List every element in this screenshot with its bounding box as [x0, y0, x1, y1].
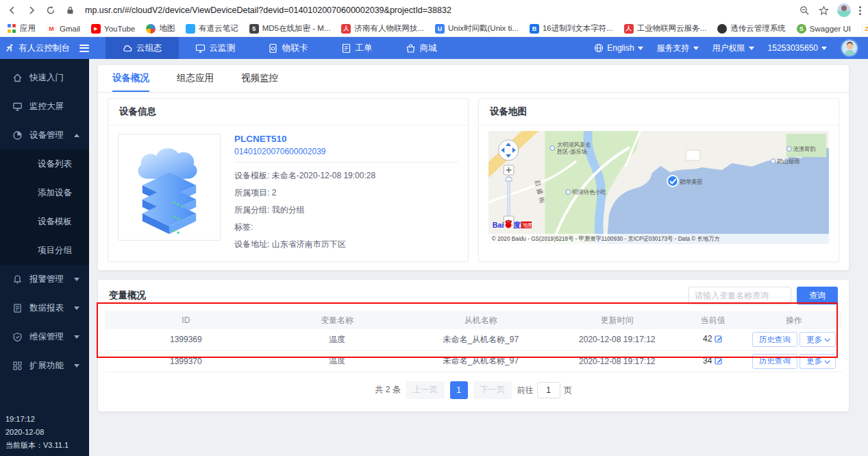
chevron-down-icon: [749, 47, 754, 50]
forward-icon[interactable]: [26, 5, 37, 16]
cell-current-value: 42: [680, 329, 746, 350]
user-avatar[interactable]: [841, 39, 858, 57]
language-selector[interactable]: English: [594, 43, 643, 53]
monitor-icon: [195, 43, 206, 53]
edit-value-icon[interactable]: [715, 335, 723, 345]
reload-icon[interactable]: [45, 5, 56, 16]
account-menu[interactable]: 15253035650: [768, 43, 827, 53]
bookmark-unix-time[interactable]: UUnix时间戳(Unix ti...: [435, 23, 519, 34]
bookmark-transparent-cloud[interactable]: 透传云管理系统: [717, 23, 786, 34]
bookmark-apps[interactable]: 应用: [7, 23, 36, 34]
table-row: 1399369 温度 未命名_从机名称_97 2020-12-08 19:17:…: [105, 329, 842, 350]
youtube-icon: ▶: [91, 24, 101, 34]
top-nav: 有人云控制台 云组态 云监测 物联卡 工单 商城: [0, 37, 868, 59]
cell-id: 1399370: [105, 350, 267, 372]
tab-scada-app[interactable]: 组态应用: [177, 65, 214, 92]
sidebar-item-label: 监控大屏: [29, 101, 64, 112]
sidebar-item-device-list[interactable]: 设备列表: [0, 149, 89, 178]
bookmark-youdao[interactable]: 有道云笔记: [186, 23, 238, 34]
bookmark-maps[interactable]: 地图: [146, 23, 175, 34]
bookmark-youtube[interactable]: ▶YouTube: [91, 24, 135, 34]
zoom-slider-handle[interactable]: [506, 178, 512, 181]
nav-item-iot-card[interactable]: 物联卡: [251, 37, 325, 59]
support-menu[interactable]: 服务支持: [657, 43, 699, 54]
url-text[interactable]: mp.usr.cn/#/cloudV2/device/ViewDeviceDet…: [85, 5, 791, 15]
nav-menu: 云组态 云监测 物联卡 工单 商城: [106, 37, 454, 59]
unix-chart-icon: U: [435, 24, 445, 34]
sidebar-item-add-device[interactable]: 添加设备: [0, 178, 89, 207]
tab-video-monitor[interactable]: 视频监控: [241, 65, 278, 92]
goto-page-input[interactable]: [537, 382, 560, 398]
map-pan-control[interactable]: [499, 140, 519, 160]
zoom-slider[interactable]: [508, 176, 510, 215]
next-page-button[interactable]: 下一页: [473, 381, 512, 399]
table-row: 1399370 温度 未命名_从机名称_97 2020-12-08 19:17:…: [105, 350, 842, 372]
footer-time: 19:17:12: [5, 413, 69, 426]
nav-item-label: 物联卡: [282, 43, 308, 54]
hamburger-icon[interactable]: [79, 45, 89, 52]
globe-icon: [594, 43, 604, 53]
sidebar-item-alarm-mgmt[interactable]: 报警管理: [0, 265, 89, 293]
sidebar: 快速入门 监控大屏 设备管理 设备列表 添加设备 设备模板 项目分组 报警管理: [0, 59, 89, 456]
clock-icon: [717, 24, 727, 34]
bookmark-iiot-cloud[interactable]: 人工业物联网云服务...: [624, 23, 707, 34]
browser-profile-avatar[interactable]: [837, 3, 851, 17]
history-query-button[interactable]: 历史查询: [752, 332, 797, 347]
chevron-down-icon: [74, 335, 79, 339]
map-label-right1: 沧浪荷韵: [793, 145, 816, 152]
edit-value-icon[interactable]: [715, 357, 723, 367]
bell-icon: [12, 274, 23, 285]
nav-item-work-order[interactable]: 工单: [325, 37, 389, 59]
history-query-button[interactable]: 历史查询: [752, 354, 797, 369]
bookmark-hex-text[interactable]: B16进制到文本字符...: [530, 23, 613, 34]
nav-item-mall[interactable]: 商城: [389, 37, 454, 59]
nav-item-cloud-scada[interactable]: 云组态: [106, 37, 179, 59]
sidebar-item-extensions[interactable]: 扩展功能: [0, 351, 89, 380]
footer-version: 当前版本：V3.11.1: [5, 439, 69, 452]
sidebar-item-maintenance[interactable]: 维保管理: [0, 322, 89, 351]
nav-item-cloud-monitor[interactable]: 云监测: [179, 37, 252, 59]
bookmark-gmail[interactable]: MGmail: [47, 24, 80, 34]
bookmark-md5[interactable]: 5MD5在线加密 - M...: [249, 23, 331, 34]
sidebar-item-data-report[interactable]: 数据报表: [0, 293, 89, 322]
device-info-title: 设备信息: [108, 99, 468, 125]
more-button[interactable]: 更多: [799, 354, 836, 369]
device-field-project: 所属项目: 2: [234, 184, 458, 202]
bookmark-star-icon[interactable]: [818, 5, 829, 16]
sidebar-item-quickstart[interactable]: 快速入门: [0, 63, 89, 92]
cell-id: 1399369: [105, 329, 267, 350]
back-icon[interactable]: [7, 5, 18, 16]
swagger-icon: S: [797, 24, 806, 34]
device-detail-card: 设备概况 组态应用 视频监控 设备信息: [98, 65, 849, 270]
browser-url-row: mp.usr.cn/#/cloudV2/device/ViewDeviceDet…: [0, 0, 868, 21]
big-screen-icon: [12, 101, 23, 112]
variables-table: ID 变量名称 从机名称 更新时间 当前值 操作 1399369 温度 未命名_: [105, 311, 842, 372]
svg-text:Bai: Bai: [493, 221, 504, 229]
tab-device-overview[interactable]: 设备概况: [112, 65, 149, 92]
current-page[interactable]: 1: [450, 381, 468, 399]
device-id-link[interactable]: 01401020070600002039: [234, 147, 458, 156]
sidebar-item-device-mgmt[interactable]: 设备管理: [0, 121, 89, 149]
variable-search-input[interactable]: [689, 287, 791, 304]
sidebar-item-bigscreen[interactable]: 监控大屏: [0, 92, 89, 121]
extensions-grid-icon: [12, 361, 23, 371]
device-field-address: 设备地址: 山东省济南市历下区: [234, 236, 458, 253]
md5-icon: 5: [249, 24, 259, 34]
sidebar-item-project-group[interactable]: 项目分组: [0, 236, 89, 265]
bookmark-base64[interactable]: ZBase64编码转换工...: [862, 23, 868, 34]
hex-b-icon: B: [530, 24, 539, 34]
chevron-down-icon: [825, 336, 830, 341]
baidu-map[interactable]: 大明湖风景名 胜区-游乐场 明湖特色小吃 沧浪荷韵 鹊山烟雨 启盛街: [488, 131, 829, 244]
col-id: ID: [105, 311, 267, 329]
sidebar-footer: 19:17:12 2020-12-08 当前版本：V3.11.1: [5, 413, 69, 452]
permission-menu[interactable]: 用户权限: [712, 43, 754, 54]
search-button[interactable]: 查询: [797, 287, 838, 304]
sidebar-item-label: 快速入门: [29, 72, 64, 84]
bookmark-usr-tech[interactable]: 人济南有人物联网技...: [341, 23, 424, 34]
bookmark-swagger[interactable]: SSwagger UI: [797, 24, 851, 34]
prev-page-button[interactable]: 上一页: [406, 381, 445, 399]
more-button[interactable]: 更多: [799, 332, 836, 347]
browser-menu-icon[interactable]: [859, 6, 861, 15]
sidebar-item-device-template[interactable]: 设备模板: [0, 207, 89, 236]
zoom-out-icon[interactable]: [799, 5, 810, 16]
